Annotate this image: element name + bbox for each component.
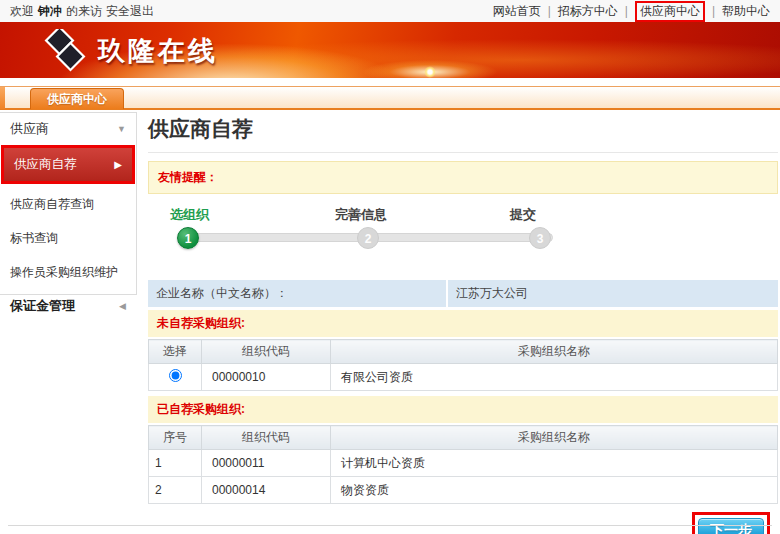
- tab-supplier-center[interactable]: 供应商中心: [30, 88, 124, 109]
- logo-diamonds-icon: [42, 29, 88, 73]
- step-dot-2: 2: [357, 227, 379, 249]
- sidebar-item-self-recommend[interactable]: 供应商自荐 ▶: [4, 148, 132, 181]
- sidebar-item-operator-org-maintain[interactable]: 操作员采购组织维护: [0, 256, 136, 290]
- org-name-cell: 有限公司资质: [331, 364, 778, 391]
- step-label-submit: 提交: [510, 206, 536, 224]
- company-name-row: 企业名称（中文名称）： 江苏万大公司: [148, 280, 778, 307]
- table-row: 2 00000014 物资资质: [149, 477, 778, 504]
- nav-home[interactable]: 网站首页: [493, 3, 541, 20]
- sidebar-group-deposit[interactable]: 保证金管理 ◀: [0, 290, 136, 322]
- top-nav: 网站首页 | 招标方中心 | 供应商中心 | 帮助中心: [493, 1, 770, 22]
- site-banner: 玖隆在线: [0, 22, 780, 78]
- welcome-suffix: 的来访: [66, 3, 102, 20]
- column-header-org-name: 采购组织名称: [331, 426, 778, 450]
- section-heading-recommended: 已自荐采购组织:: [148, 396, 778, 423]
- logout-link[interactable]: 安全退出: [106, 3, 154, 20]
- annotation-box-next-button: 下一步: [692, 512, 770, 534]
- welcome-text: 欢迎 钟冲 的来访 安全退出: [10, 3, 154, 20]
- company-name-value: 江苏万大公司: [448, 280, 778, 307]
- nav-separator: |: [712, 4, 715, 18]
- nav-supplier-center[interactable]: 供应商中心: [640, 4, 700, 18]
- annotation-box-supplier-center: 供应商中心: [635, 1, 705, 22]
- sidebar-item-bid-doc-query[interactable]: 标书查询: [0, 222, 136, 256]
- org-code-cell: 00000010: [202, 364, 331, 391]
- step-dot-1: 1: [177, 227, 199, 249]
- org-name-cell: 计算机中心资质: [331, 450, 778, 477]
- column-header-org-code: 组织代码: [202, 340, 331, 364]
- org-name-cell: 物资资质: [331, 477, 778, 504]
- username: 钟冲: [38, 3, 62, 20]
- column-header-org-code: 组织代码: [202, 426, 331, 450]
- step-progress: 选组织 完善信息 提交 1 2 3: [148, 206, 778, 258]
- arrow-right-icon: ▶: [114, 159, 122, 170]
- table-row: 1 00000011 计算机中心资质: [149, 450, 778, 477]
- sidebar-group-label: 供应商: [10, 120, 49, 138]
- nav-separator: |: [548, 4, 551, 18]
- column-header-org-name: 采购组织名称: [331, 340, 778, 364]
- sidebar-item-self-recommend-query[interactable]: 供应商自荐查询: [0, 188, 136, 222]
- welcome-prefix: 欢迎: [10, 3, 34, 20]
- notice-bar: 友情提醒：: [148, 161, 778, 194]
- site-logo: 玖隆在线: [42, 29, 218, 73]
- chevron-left-icon: ◀: [119, 301, 126, 311]
- seq-cell: 2: [149, 477, 202, 504]
- step-label-complete-info: 完善信息: [335, 206, 387, 224]
- company-name-label: 企业名称（中文名称）：: [148, 280, 446, 307]
- recommended-table: 序号 组织代码 采购组织名称 1 00000011 计算机中心资质 2 0000…: [148, 425, 778, 504]
- table-row: 00000010 有限公司资质: [149, 364, 778, 391]
- next-step-button[interactable]: 下一步: [698, 518, 764, 534]
- sidebar-group-label: 保证金管理: [10, 297, 75, 315]
- seq-cell: 1: [149, 450, 202, 477]
- top-utility-bar: 欢迎 钟冲 的来访 安全退出 网站首页 | 招标方中心 | 供应商中心 | 帮助…: [0, 0, 780, 22]
- tabstrip-left-cap: [0, 87, 5, 109]
- nav-help-center[interactable]: 帮助中心: [722, 3, 770, 20]
- sidebar-group-supplier[interactable]: 供应商 ▼: [0, 113, 136, 144]
- nav-bidder-center[interactable]: 招标方中心: [558, 3, 618, 20]
- button-zone: 下一步: [148, 512, 778, 534]
- nav-separator: |: [625, 4, 628, 18]
- chevron-down-icon: ▼: [117, 124, 126, 134]
- footer-divider: [8, 525, 772, 526]
- page-title: 供应商自荐: [148, 112, 778, 153]
- not-recommended-table: 选择 组织代码 采购组织名称 00000010 有限公司资质: [148, 339, 778, 391]
- table-header-row: 序号 组织代码 采购组织名称: [149, 426, 778, 450]
- section-heading-not-recommended: 未自荐采购组织:: [148, 310, 778, 337]
- sidebar-item-label: 供应商自荐: [14, 156, 77, 173]
- main-content: 供应商自荐 友情提醒： 选组织 完善信息 提交 1 2 3 企业名称（中文名称）…: [148, 112, 778, 534]
- sidebar-menu: 供应商 ▼ 供应商自荐 ▶ 供应商自荐查询 标书查询 操作员采购组织维护 保证金…: [0, 112, 137, 295]
- column-header-select: 选择: [149, 340, 202, 364]
- table-header-row: 选择 组织代码 采购组织名称: [149, 340, 778, 364]
- annotation-box-self-recommend: 供应商自荐 ▶: [1, 145, 135, 184]
- tab-strip: 供应商中心: [0, 86, 780, 110]
- column-header-seq: 序号: [149, 426, 202, 450]
- logo-text: 玖隆在线: [98, 33, 218, 69]
- step-label-select-org: 选组织: [170, 206, 209, 224]
- org-code-cell: 00000014: [202, 477, 331, 504]
- banner-sparkle-decoration: [424, 66, 436, 78]
- org-code-cell: 00000011: [202, 450, 331, 477]
- select-cell: [149, 364, 202, 391]
- org-radio[interactable]: [169, 369, 182, 382]
- step-dot-3: 3: [529, 227, 551, 249]
